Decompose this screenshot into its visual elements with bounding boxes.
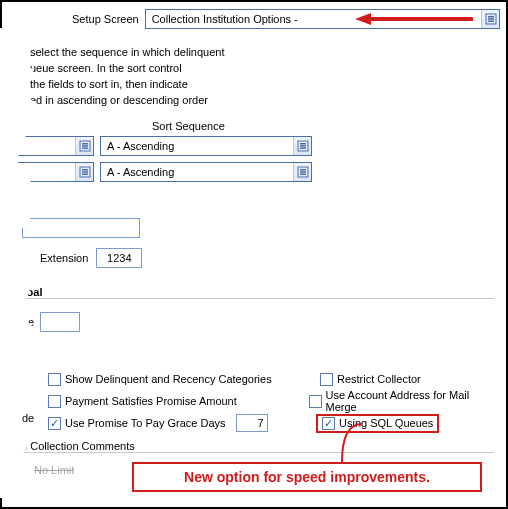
setup-screen-label: Setup Screen: [72, 13, 139, 25]
sort-order-1-combo[interactable]: A - Ascending: [100, 136, 312, 156]
callout-box: New option for speed improvements.: [132, 462, 482, 492]
setup-screen-combo-value: Collection Institution Options -: [146, 13, 481, 25]
svg-rect-17: [82, 173, 88, 175]
dropdown-icon[interactable]: [293, 163, 311, 181]
svg-rect-20: [300, 171, 306, 173]
svg-rect-13: [300, 147, 306, 149]
grace-days-input[interactable]: [236, 414, 268, 432]
goal-input[interactable]: [40, 312, 80, 332]
extension-input[interactable]: [96, 248, 142, 268]
restrict-collector-checkbox[interactable]: [320, 373, 333, 386]
svg-rect-8: [82, 145, 88, 147]
setup-screen-combo-dropdown-icon[interactable]: [481, 10, 499, 28]
svg-rect-9: [82, 147, 88, 149]
dropdown-icon[interactable]: [293, 137, 311, 155]
text-input[interactable]: [22, 218, 140, 238]
restrict-collector-label: Restrict Collector: [337, 373, 421, 385]
svg-rect-21: [300, 173, 306, 175]
svg-rect-5: [488, 20, 494, 22]
svg-rect-11: [300, 143, 306, 145]
svg-rect-15: [82, 169, 88, 171]
divider: [14, 298, 494, 299]
payment-satisfies-label: Payment Satisfies Promise Amount: [65, 395, 237, 407]
sort-sequence-title: Sort Sequence: [152, 120, 225, 132]
using-sql-queues-label: Using SQL Queues: [339, 417, 433, 429]
collection-comments-label: to Collection Comments: [18, 440, 135, 452]
svg-rect-4: [488, 18, 494, 20]
divider: [14, 452, 494, 453]
using-sql-queues-checkbox[interactable]: [322, 417, 335, 430]
mail-merge-label: Use Account Address for Mail Merge: [326, 389, 496, 413]
dropdown-icon[interactable]: [75, 137, 93, 155]
no-limit-label: No Limit: [34, 464, 74, 476]
svg-rect-19: [300, 169, 306, 171]
svg-rect-3: [488, 16, 494, 18]
description-text: select the sequence in which delinquent …: [30, 44, 224, 108]
grace-days-checkbox[interactable]: [48, 417, 61, 430]
grace-days-label: Use Promise To Pay Grace Days: [65, 417, 226, 429]
extension-label: Extension: [40, 252, 88, 264]
show-delinquent-label: Show Delinquent and Recency Categories: [65, 373, 272, 385]
setup-screen-combo[interactable]: Collection Institution Options -: [145, 9, 500, 29]
svg-rect-16: [82, 171, 88, 173]
payment-satisfies-checkbox[interactable]: [48, 395, 61, 408]
dropdown-icon[interactable]: [75, 163, 93, 181]
show-delinquent-checkbox[interactable]: [48, 373, 61, 386]
svg-rect-12: [300, 145, 306, 147]
sort-order-2-combo[interactable]: A - Ascending: [100, 162, 312, 182]
svg-rect-7: [82, 143, 88, 145]
mail-merge-checkbox[interactable]: [309, 395, 322, 408]
